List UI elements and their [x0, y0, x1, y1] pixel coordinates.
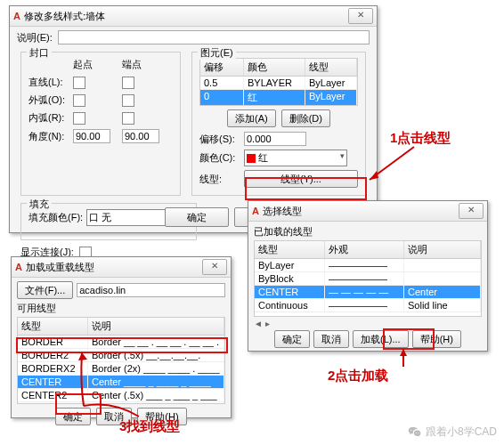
angle-start-input[interactable]: [73, 129, 110, 143]
lt-row[interactable]: CENTERX2Center (2x) ________ __ ____: [18, 402, 224, 404]
col-off: 偏移: [200, 59, 244, 76]
col-desc: 说明: [88, 318, 224, 335]
col-color: 颜色: [244, 59, 305, 76]
titlebar[interactable]: A 修改多线样式:墙体 ✕: [10, 6, 377, 27]
avail-table[interactable]: 线型说明 BORDERBorder __ __ . __ __ . __ __ …: [17, 317, 225, 404]
app-icon: A: [252, 206, 259, 216]
col-desc: 说明: [404, 241, 481, 258]
line-end-chk[interactable]: [122, 77, 134, 89]
inner-start-chk[interactable]: [73, 112, 85, 125]
app-icon: A: [13, 11, 20, 21]
inner-end-chk[interactable]: [122, 112, 134, 125]
angle-end-input[interactable]: [122, 129, 159, 143]
end-label: 端点: [122, 58, 171, 71]
lt-row[interactable]: ByLayer——————: [255, 259, 481, 272]
close-icon[interactable]: ✕: [348, 8, 373, 24]
ok-button[interactable]: 确定: [274, 330, 310, 348]
lt-row[interactable]: CENTER— — — — —Center: [255, 286, 481, 299]
lt-row[interactable]: Continuous——————Solid line: [255, 299, 481, 312]
dlg-modify-mline: A 修改多线样式:墙体 ✕ 说明(E): 封口 起点端点 直线(L): 外弧(O…: [9, 5, 378, 233]
close-icon[interactable]: ✕: [459, 203, 484, 219]
start-label: 起点: [73, 58, 122, 71]
annotation-3: 3找到线型: [119, 418, 180, 435]
loaded-table[interactable]: 线型外观说明 ByLayer—————— ByBlock—————— CENTE…: [254, 240, 482, 317]
elem-row[interactable]: 0红ByLayer: [200, 90, 357, 106]
add-button[interactable]: 添加(A): [227, 109, 276, 127]
close-icon[interactable]: ✕: [202, 259, 227, 275]
offset-input[interactable]: [244, 132, 306, 146]
file-button[interactable]: 文件(F)...: [17, 281, 73, 299]
col-lt: 线型: [18, 318, 88, 335]
caps-group: 封口 起点端点 直线(L): 外弧(O): 内弧(R): 角度(N):: [20, 52, 181, 196]
titlebar[interactable]: A 加载或重载线型 ✕: [12, 257, 231, 278]
title: 修改多线样式:墙体: [24, 10, 105, 23]
lt-row[interactable]: ByBlock——————: [255, 272, 481, 286]
load-button[interactable]: 加载(L)...: [353, 330, 409, 348]
linetype-label: 线型:: [199, 173, 244, 186]
elements-group: 图元(E) 偏移颜色线型 0.5BYLAYERByLayer 0红ByLayer…: [191, 52, 366, 196]
desc-input[interactable]: [58, 30, 370, 44]
cancel-button[interactable]: 取消: [313, 330, 349, 348]
outer-start-chk[interactable]: [73, 94, 85, 107]
outer-label: 外弧(O):: [28, 93, 73, 107]
offset-label: 偏移(S):: [199, 133, 244, 146]
inner-label: 内弧(R):: [28, 111, 73, 125]
elem-title: 图元(E): [198, 46, 236, 60]
fill-label: 填充颜色(F):: [28, 211, 83, 224]
outer-end-chk[interactable]: [122, 94, 134, 107]
del-button[interactable]: 删除(D): [281, 109, 330, 127]
avail-label: 可用线型: [17, 302, 225, 315]
col-app: 外观: [325, 241, 404, 258]
lt-row[interactable]: CENTERCenter ____ _ ____ _ ____: [18, 376, 224, 389]
annotation-1: 1点击线型: [390, 130, 451, 147]
lt-row[interactable]: BORDERX2Border (2x) ____ ____ . ____: [18, 362, 224, 376]
line-label: 直线(L):: [28, 76, 73, 89]
watermark-text: 跟着小8学CAD: [426, 425, 497, 440]
dlg-select-linetype: A 选择线型 ✕ 已加载的线型 线型外观说明 ByLayer—————— ByB…: [248, 200, 488, 352]
wechat-icon: [408, 425, 422, 440]
line-start-chk[interactable]: [73, 77, 85, 89]
ok-button[interactable]: 确定: [165, 207, 229, 227]
col-lt: 线型: [255, 241, 325, 258]
color-label: 颜色(C):: [199, 151, 244, 165]
lt-row[interactable]: BORDER2Border (.5x) __.__.__.__.: [18, 349, 224, 362]
titlebar[interactable]: A 选择线型 ✕: [248, 201, 487, 222]
dlg-load-linetype: A 加载或重载线型 ✕ 文件(F)... 可用线型 线型说明 BORDERBor…: [11, 256, 232, 418]
annotation-2: 2点击加载: [328, 368, 388, 384]
ok-button[interactable]: 确定: [55, 408, 91, 425]
app-icon: A: [15, 262, 22, 272]
angle-label: 角度(N):: [28, 130, 73, 143]
file-input[interactable]: [77, 283, 225, 297]
elem-table[interactable]: 偏移颜色线型 0.5BYLAYERByLayer 0红ByLayer -0.5B…: [199, 58, 358, 106]
lt-row[interactable]: BORDERBorder __ __ . __ __ . __ __ .: [18, 336, 224, 349]
watermark: 跟着小8学CAD: [408, 425, 497, 440]
lt-row[interactable]: CENTER2Center (.5x) ___ _ ___ _ ___: [18, 389, 224, 402]
elem-row[interactable]: 0.5BYLAYERByLayer: [200, 77, 357, 90]
loaded-label: 已加载的线型: [254, 225, 482, 239]
linetype-button[interactable]: 线型(Y)...: [244, 170, 358, 188]
col-lt: 线型: [305, 59, 357, 76]
color-select[interactable]: 红: [244, 150, 347, 166]
title: 加载或重载线型: [26, 261, 94, 274]
fill-title: 填充: [27, 198, 52, 211]
help-button[interactable]: 帮助(H): [412, 330, 461, 348]
title: 选择线型: [263, 205, 302, 218]
caps-title: 封口: [27, 46, 52, 60]
desc-label: 说明(E):: [17, 31, 53, 44]
